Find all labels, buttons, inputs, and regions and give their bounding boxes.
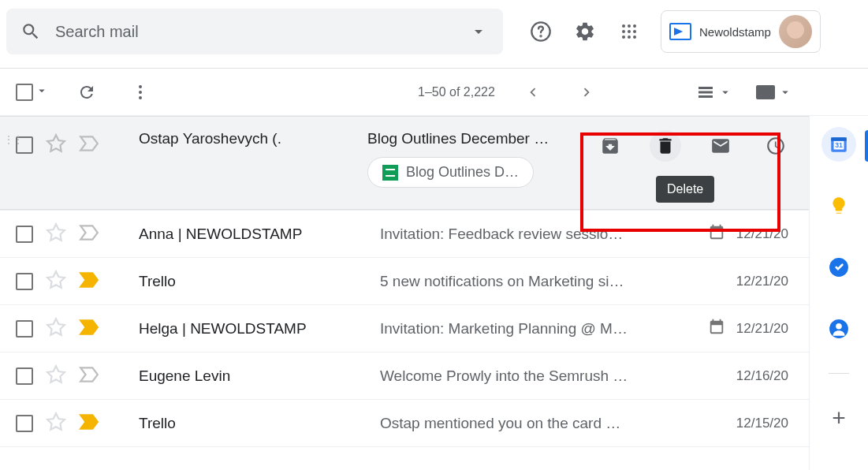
sender: Helga | NEWOLDSTAMP: [139, 320, 367, 338]
email-row[interactable]: TrelloOstap mentioned you on the card …1…: [0, 400, 809, 447]
row-controls: [16, 317, 126, 341]
select-dropdown-icon[interactable]: [35, 84, 49, 101]
calendar-addon-icon[interactable]: 31: [821, 127, 856, 162]
svg-point-9: [628, 35, 631, 39]
svg-text:31: 31: [835, 141, 843, 149]
svg-point-13: [139, 96, 142, 99]
svg-point-24: [836, 323, 842, 330]
important-icon[interactable]: [79, 271, 99, 292]
sender: Trello: [139, 415, 367, 432]
search-icon[interactable]: [13, 13, 49, 50]
account-chip[interactable]: Newoldstamp: [661, 10, 821, 53]
keep-addon-icon[interactable]: [821, 188, 856, 223]
email-row[interactable]: Trello5 new notifications on Marketing s…: [0, 258, 809, 305]
prev-page-button[interactable]: [517, 76, 549, 108]
star-icon[interactable]: [46, 364, 66, 388]
row-controls: [16, 270, 126, 293]
svg-point-8: [622, 35, 625, 39]
sender: Ostap Yaroshevych (.: [139, 130, 367, 147]
row-controls: [16, 412, 126, 435]
svg-point-3: [628, 24, 631, 28]
pagination: 1–50 of 2,222: [418, 76, 602, 108]
subject: Invitation: Feedback review sessio…: [380, 226, 695, 243]
toolbar-right: [696, 83, 792, 102]
svg-rect-21: [831, 137, 847, 140]
date: 12/16/20: [736, 368, 788, 384]
row-checkbox[interactable]: [16, 367, 33, 385]
side-panel: 31 +: [810, 116, 868, 470]
row-checkbox[interactable]: [16, 320, 33, 338]
tasks-addon-icon[interactable]: [821, 250, 856, 285]
star-icon[interactable]: [46, 270, 66, 293]
email-row[interactable]: Helga | NEWOLDSTAMPInvitation: Marketing…: [0, 305, 809, 352]
row-checkbox[interactable]: [16, 415, 33, 432]
svg-point-4: [633, 24, 636, 28]
calendar-attachment-icon: [708, 318, 725, 339]
main: ⋮⋮ Ostap Yaroshevych (. Blog Outlines De…: [0, 116, 868, 470]
header: Newoldstamp: [0, 0, 868, 63]
hover-actions: Delete: [594, 130, 792, 162]
email-row[interactable]: Eugene LevinWelcome Prowly into the Semr…: [0, 352, 809, 400]
date: 12/21/20: [736, 321, 788, 337]
important-icon[interactable]: [79, 135, 99, 155]
important-icon[interactable]: [79, 413, 99, 434]
svg-point-1: [540, 35, 541, 36]
split-pane-toggle[interactable]: [696, 83, 732, 102]
sender: Eugene Levin: [139, 367, 367, 385]
avatar[interactable]: [779, 15, 812, 48]
svg-point-12: [139, 91, 142, 94]
snooze-button[interactable]: [760, 130, 792, 162]
subject: 5 new notifications on Marketing si…: [380, 273, 724, 290]
delete-button[interactable]: [650, 130, 681, 162]
select-all-checkbox[interactable]: [16, 84, 33, 101]
contacts-addon-icon[interactable]: [821, 311, 856, 346]
sheets-icon: [382, 165, 398, 181]
important-icon[interactable]: [79, 319, 99, 339]
svg-rect-16: [698, 95, 713, 98]
sender: Trello: [139, 273, 367, 290]
row-checkbox[interactable]: [16, 226, 33, 243]
subject: Invitation: Marketing Planning @ M…: [380, 320, 695, 338]
row-checkbox[interactable]: [16, 273, 33, 290]
more-button[interactable]: [125, 76, 156, 108]
drag-handle-icon[interactable]: ⋮⋮: [3, 133, 22, 146]
email-row[interactable]: Anna | NEWOLDSTAMPInvitation: Feedback r…: [0, 211, 809, 258]
row-controls: [16, 130, 126, 157]
delete-tooltip: Delete: [656, 176, 714, 203]
row-right: 12/21/20: [736, 274, 793, 289]
star-icon[interactable]: [46, 222, 66, 246]
important-icon[interactable]: [79, 366, 99, 386]
help-icon[interactable]: [523, 14, 558, 49]
row-controls: [16, 222, 126, 246]
svg-point-10: [633, 35, 636, 39]
email-row-hovered[interactable]: ⋮⋮ Ostap Yaroshevych (. Blog Outlines De…: [0, 116, 809, 211]
apps-grid-icon[interactable]: [612, 14, 646, 49]
row-right: 12/15/20: [736, 416, 793, 431]
select-all[interactable]: [16, 84, 49, 101]
mark-unread-button[interactable]: [705, 130, 736, 162]
archive-button[interactable]: [594, 130, 626, 162]
input-tools-toggle[interactable]: [756, 85, 792, 99]
star-icon[interactable]: [46, 133, 66, 157]
settings-gear-icon[interactable]: [568, 14, 602, 49]
row-right: 12/16/20: [736, 368, 793, 384]
get-addons-button[interactable]: +: [821, 401, 856, 435]
star-icon[interactable]: [46, 412, 66, 435]
star-icon[interactable]: [46, 317, 66, 341]
svg-point-7: [633, 30, 636, 33]
calendar-attachment-icon: [708, 223, 725, 244]
pagination-text: 1–50 of 2,222: [418, 85, 495, 99]
svg-point-2: [622, 24, 625, 28]
refresh-button[interactable]: [71, 76, 102, 108]
search-container[interactable]: [6, 9, 503, 54]
attachment-chip[interactable]: Blog Outlines D…: [367, 157, 534, 188]
row-right: 12/21/20: [708, 318, 793, 339]
next-page-button[interactable]: [571, 76, 602, 108]
brand-icon: [669, 23, 691, 40]
important-icon[interactable]: [79, 224, 99, 244]
search-options-dropdown[interactable]: [460, 13, 497, 50]
sender: Anna | NEWOLDSTAMP: [139, 226, 367, 243]
header-right: Newoldstamp: [523, 10, 821, 53]
search-input[interactable]: [49, 23, 460, 41]
brand-label: Newoldstamp: [699, 25, 771, 39]
